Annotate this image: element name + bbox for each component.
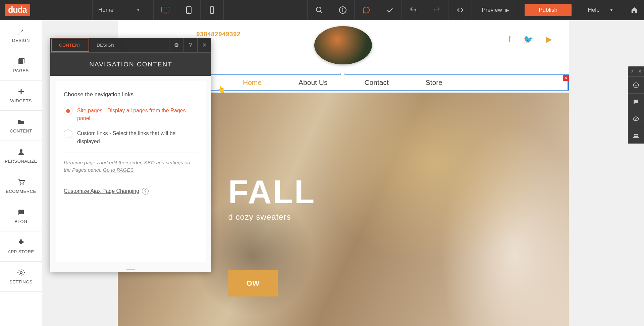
help-icon: ? bbox=[189, 42, 192, 48]
plus-circle-icon bbox=[633, 82, 639, 89]
panel-body: Choose the navigation links Site pages -… bbox=[56, 81, 206, 262]
chevron-down-icon: ▼ bbox=[136, 8, 140, 12]
rail-add-button[interactable] bbox=[628, 76, 644, 93]
youtube-icon[interactable]: ▶ bbox=[546, 35, 552, 44]
sidebar-item-label: PAGES bbox=[13, 68, 29, 73]
brush-icon bbox=[17, 27, 25, 35]
customize-ajax-link[interactable]: Customize Ajax Page Changing ? bbox=[64, 188, 149, 195]
option-label: Site pages - Display all pages from the … bbox=[77, 107, 198, 122]
info-button[interactable] bbox=[331, 0, 354, 20]
help-icon[interactable]: ? bbox=[142, 188, 149, 195]
panel-resize-grip[interactable] bbox=[50, 268, 211, 272]
selection-delete-button[interactable]: ✕ bbox=[563, 75, 569, 81]
sidebar-item-design[interactable]: DESIGN bbox=[0, 20, 42, 50]
twitter-icon[interactable]: 🐦 bbox=[524, 35, 533, 44]
nav-link-contact[interactable]: Contact bbox=[364, 78, 388, 87]
sidebar-item-label: SETTINGS bbox=[9, 279, 33, 284]
close-icon: ✕ bbox=[202, 42, 207, 48]
info-icon bbox=[339, 6, 347, 14]
sidebar-item-settings[interactable]: SETTINGS bbox=[0, 262, 42, 292]
eye-off-icon bbox=[633, 115, 639, 122]
grip-icon bbox=[126, 269, 135, 270]
rail-visibility-button[interactable] bbox=[628, 110, 644, 127]
home-icon bbox=[631, 6, 638, 14]
redo-button[interactable] bbox=[425, 0, 448, 20]
panel-settings-button[interactable]: ⚙ bbox=[169, 38, 183, 52]
hero-title: FALL bbox=[228, 173, 316, 211]
panel-close-button[interactable]: ✕ bbox=[197, 38, 211, 52]
panel-section-heading: Choose the navigation links bbox=[64, 91, 198, 98]
sidebar-item-ecommerce[interactable]: ECOMMERCE bbox=[0, 171, 42, 201]
facebook-icon[interactable]: f bbox=[508, 35, 511, 44]
device-tablet[interactable] bbox=[177, 0, 200, 20]
radio-icon bbox=[64, 107, 72, 115]
sidebar-item-label: WIDGETS bbox=[10, 98, 32, 103]
rail-close-button[interactable]: ✕ bbox=[636, 66, 644, 76]
svg-point-27 bbox=[636, 134, 638, 135]
search-button[interactable] bbox=[307, 0, 331, 20]
svg-point-13 bbox=[367, 10, 368, 10]
device-desktop[interactable] bbox=[153, 0, 177, 20]
undo-button[interactable] bbox=[401, 0, 425, 20]
person-icon bbox=[17, 148, 25, 156]
option-site-pages[interactable]: Site pages - Display all pages from the … bbox=[64, 107, 198, 122]
rail-comments-button[interactable] bbox=[628, 93, 644, 110]
sidebar-item-appstore[interactable]: APP STORE bbox=[0, 231, 42, 262]
divider bbox=[64, 181, 198, 181]
brand-logo[interactable]: duda bbox=[0, 0, 92, 20]
comments-button[interactable] bbox=[354, 0, 378, 20]
preview-label: Preview bbox=[482, 7, 502, 13]
svg-rect-0 bbox=[162, 7, 169, 12]
device-mobile[interactable] bbox=[200, 0, 224, 20]
help-label: Help bbox=[588, 7, 600, 13]
gear-icon: ⚙ bbox=[174, 42, 179, 48]
svg-point-26 bbox=[634, 134, 636, 135]
sidebar-item-pages[interactable]: PAGES bbox=[0, 50, 42, 80]
people-icon bbox=[633, 132, 639, 139]
play-icon: ▶ bbox=[505, 7, 509, 13]
cart-icon bbox=[17, 178, 25, 186]
site-logo-image[interactable] bbox=[314, 26, 372, 64]
sidebar-item-label: CONTENT bbox=[10, 128, 32, 133]
sidebar-item-personalize[interactable]: PERSONALIZE bbox=[0, 141, 42, 171]
right-rail: ? ✕ bbox=[628, 66, 644, 144]
sidebar-item-blog[interactable]: BLOG bbox=[0, 201, 42, 231]
plus-icon bbox=[17, 88, 25, 96]
panel-help-button[interactable]: ? bbox=[183, 38, 197, 52]
divider bbox=[64, 153, 198, 153]
panel-tab-bar: CONTENT DESIGN ⚙ ? ✕ bbox=[50, 38, 211, 52]
option-label: Custom links - Select the links that wil… bbox=[77, 129, 198, 145]
sidebar-item-content[interactable]: CONTENT bbox=[0, 111, 42, 141]
top-bar: duda Home ▼ Preview ▶ Publish Help ▼ bbox=[0, 0, 644, 20]
sidebar-item-label: ECOMMERCE bbox=[6, 189, 36, 194]
topbar-right: Preview ▶ Publish Help ▼ bbox=[307, 0, 644, 20]
pages-icon bbox=[17, 57, 25, 65]
preview-button[interactable]: Preview ▶ bbox=[472, 0, 519, 20]
panel-tab-design[interactable]: DESIGN bbox=[89, 38, 122, 52]
nav-link-home[interactable]: Home bbox=[243, 78, 262, 87]
nav-link-about[interactable]: About Us bbox=[299, 78, 327, 87]
chat-icon bbox=[17, 208, 25, 216]
publish-button[interactable]: Publish bbox=[525, 4, 572, 16]
page-selector[interactable]: Home ▼ bbox=[92, 0, 153, 20]
dashboard-home-button[interactable] bbox=[624, 0, 644, 20]
redo-icon bbox=[433, 6, 441, 14]
svg-point-20 bbox=[22, 184, 23, 185]
help-menu[interactable]: Help ▼ bbox=[577, 0, 624, 20]
svg-point-10 bbox=[342, 8, 343, 9]
rail-team-button[interactable] bbox=[628, 127, 644, 144]
devmode-button[interactable] bbox=[448, 0, 472, 20]
option-custom-links[interactable]: Custom links - Select the links that wil… bbox=[64, 129, 198, 145]
go-to-pages-link[interactable]: Go to PAGES bbox=[103, 167, 133, 173]
hero-cta-button[interactable]: OW bbox=[228, 270, 278, 296]
selection-handle-top[interactable] bbox=[340, 73, 345, 75]
chat-icon bbox=[633, 99, 639, 105]
gear-icon bbox=[17, 269, 25, 277]
rail-help-button[interactable]: ? bbox=[628, 66, 636, 76]
brand-logo-text: duda bbox=[5, 4, 30, 16]
desktop-icon bbox=[160, 6, 170, 14]
done-button[interactable] bbox=[378, 0, 401, 20]
sidebar-item-widgets[interactable]: WIDGETS bbox=[0, 80, 42, 111]
nav-link-store[interactable]: Store bbox=[426, 78, 442, 87]
panel-tab-content[interactable]: CONTENT bbox=[51, 39, 89, 52]
